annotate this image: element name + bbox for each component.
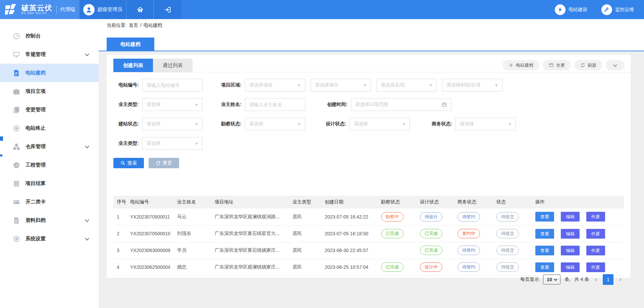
button-label: 重置 xyxy=(163,160,172,166)
edit-button[interactable]: 编辑 xyxy=(561,229,580,239)
per-page-label: 每页显示 xyxy=(520,276,539,283)
field-label: 设计状态: xyxy=(321,121,346,127)
cell-type: 居民 xyxy=(289,242,321,259)
business-status-badge: 待签约 xyxy=(458,262,480,272)
sidebar-item-change-mgmt[interactable]: 变更管理 xyxy=(0,101,99,119)
sidebar-item-project-initiation[interactable]: 项目立项 xyxy=(0,82,99,101)
owner-type-select[interactable]: 请选择▼ xyxy=(142,98,203,111)
view-button[interactable]: 查看 xyxy=(535,212,554,222)
sidebar-item-type2-card[interactable]: 开二类卡 xyxy=(0,193,99,211)
main-content: 当前位置: 首页 / 电站建档 电站建档 创建列表 通过列表 电站建档 全屏 xyxy=(99,19,644,308)
select-placeholder: 请选择省份 xyxy=(249,82,273,88)
select-caret-icon: ▼ xyxy=(297,122,302,126)
province-select[interactable]: 请选择省份▼ xyxy=(245,79,305,91)
tab-create-list[interactable]: 创建列表 xyxy=(113,59,153,72)
void-button[interactable]: 作废 xyxy=(586,262,605,272)
next-page-button[interactable]: › xyxy=(618,276,623,283)
view-button[interactable]: 查看 xyxy=(535,229,554,239)
page-number-button[interactable]: 1 xyxy=(603,274,613,285)
cell-date: 2023-07-05 16:18:50 xyxy=(321,225,378,242)
cell-type: 居民 xyxy=(289,208,321,225)
filter-owner-type2: 业主类型: 请选择▼ xyxy=(113,137,203,150)
filter-business-status: 商务状态: 请选择▼ xyxy=(427,118,516,130)
select-caret-icon: ▼ xyxy=(297,83,302,87)
void-button[interactable]: 作废 xyxy=(586,212,605,222)
fullscreen-button[interactable]: 全屏 xyxy=(543,60,571,70)
sidebar-item-general-mgmt[interactable]: 常规管理 xyxy=(0,45,99,64)
prev-page-button[interactable]: ‹ xyxy=(593,276,599,283)
tab-passed-list[interactable]: 通过列表 xyxy=(153,59,193,72)
refresh-button[interactable]: 刷新 xyxy=(574,60,602,70)
nav-label: 电站建设 xyxy=(569,7,587,13)
sidebar-item-label: 项目立项 xyxy=(25,88,46,95)
breadcrumb-bar: 当前位置: 首页 / 电站建档 电站建档 xyxy=(99,19,644,51)
avatar xyxy=(83,4,95,15)
design-status-badge: 待设计 xyxy=(420,212,442,222)
breadcrumb-home[interactable]: 首页 xyxy=(129,22,138,28)
build-status-select[interactable]: 请选择▼ xyxy=(142,118,203,130)
owner-name-input[interactable] xyxy=(245,98,305,111)
header-survey: 勘察状态 xyxy=(378,196,417,208)
collapse-toolbar-button[interactable] xyxy=(606,60,625,70)
filter-actions: 搜索 重置 xyxy=(113,158,516,168)
logout-button[interactable] xyxy=(154,0,181,19)
edit-button[interactable]: 编辑 xyxy=(561,262,580,272)
sidebar-item-station-termination[interactable]: 电站终止 xyxy=(0,119,99,137)
header-date: 创建日期 xyxy=(321,196,378,208)
home-button[interactable] xyxy=(126,0,154,19)
nav-station-build[interactable]: 电站建设 xyxy=(555,4,587,15)
view-button[interactable]: 查看 xyxy=(535,246,554,255)
sidebar-item-project-settlement[interactable]: 项目结算 xyxy=(0,174,99,193)
status-badge: 待提交 xyxy=(496,212,519,222)
sidebar-item-station-archive[interactable]: 电站建档 xyxy=(0,64,99,82)
username: 超级管理员 xyxy=(97,6,122,13)
wrench-icon xyxy=(601,4,612,15)
sidebar-item-archives[interactable]: 资料归档 xyxy=(0,211,99,230)
village-select[interactable]: 请选择村镇/街道▼ xyxy=(442,79,502,91)
page-tab-station-archive[interactable]: 电站建档 xyxy=(107,38,154,51)
business-status-select[interactable]: 请选择▼ xyxy=(455,118,516,130)
void-button[interactable]: 作废 xyxy=(586,229,605,239)
add-station-button[interactable]: 电站建档 xyxy=(502,60,539,70)
date-range-picker[interactable]: 请选择日期范围 xyxy=(351,98,451,111)
pagination: 每页显示 10 条, 共 4 条 ‹ 1 › xyxy=(520,274,623,285)
status-badge: 待提交 xyxy=(496,246,519,255)
filter-design-status: 设计状态: 请选择▼ xyxy=(321,118,410,130)
cell-address: 广东深圳龙华区黄石镇姚家庄... xyxy=(211,242,289,259)
search-button[interactable]: 搜索 xyxy=(113,158,144,168)
record-icon xyxy=(13,125,20,132)
edit-button[interactable]: 编辑 xyxy=(561,246,580,255)
station-code-input[interactable] xyxy=(142,79,203,91)
sidebar-scrollbar-thumb[interactable] xyxy=(0,136,3,141)
county-select[interactable]: 请选择县/区▼ xyxy=(376,79,437,91)
per-page-select[interactable]: 10 xyxy=(543,274,560,285)
design-status-select[interactable]: 请选择▼ xyxy=(350,118,410,130)
cell-no: 3 xyxy=(113,242,127,259)
sidebar-item-engineering-mgmt[interactable]: 工程管理 xyxy=(0,156,99,174)
reset-icon xyxy=(156,161,161,166)
owner-type2-select[interactable]: 请选择▼ xyxy=(142,137,203,150)
sidebar-item-label: 仓库管理 xyxy=(25,143,46,150)
sidebar-item-system-settings[interactable]: 系统设置 xyxy=(0,230,99,248)
survey-status-select[interactable]: 请选择▼ xyxy=(245,118,305,130)
reset-button[interactable]: 重置 xyxy=(149,158,179,168)
cell-address: 广东深圳龙华区观澜镇姚家庄... xyxy=(211,259,289,275)
sidebar-item-label: 电站终止 xyxy=(25,125,46,131)
user-menu[interactable]: 超级管理员 xyxy=(79,0,126,19)
settings-icon xyxy=(13,235,20,243)
logo-section: 破茧云伏 Po Jian Yun Fu 代理端 xyxy=(0,0,79,19)
cell-address: 广东深圳龙华区黄石镇星官大... xyxy=(211,225,289,242)
design-status-badge: 已完成 xyxy=(420,246,442,255)
total-count: 共 4 条 xyxy=(575,276,589,283)
sidebar-item-console[interactable]: 控制台 xyxy=(0,27,99,45)
void-button[interactable]: 作废 xyxy=(586,246,605,255)
select-caret-icon: ▼ xyxy=(195,142,199,145)
design-status-badge: 已完成 xyxy=(420,229,442,238)
nav-monitor-ops[interactable]: 监控运维 xyxy=(601,4,634,15)
sidebar-item-warehouse-mgmt[interactable]: 仓库管理 xyxy=(0,137,99,156)
view-button[interactable]: 查看 xyxy=(535,262,554,272)
city-select[interactable]: 请选择城市▼ xyxy=(311,79,371,91)
briefcase-icon xyxy=(13,88,20,95)
edit-button[interactable]: 编辑 xyxy=(561,212,580,222)
unit-label: 条, xyxy=(565,276,571,283)
